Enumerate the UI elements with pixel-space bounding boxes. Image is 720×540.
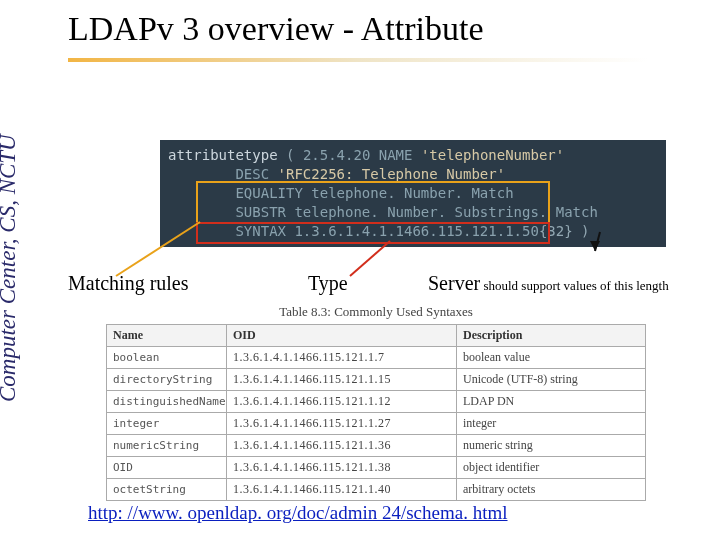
annotation-matching-rules: Matching rules bbox=[68, 272, 308, 295]
cell-desc: Unicode (UTF-8) string bbox=[457, 369, 646, 391]
cell-name: numericString bbox=[107, 435, 227, 457]
cell-oid: 1.3.6.1.4.1.1466.115.121.1.7 bbox=[227, 347, 457, 369]
table-row: directoryString 1.3.6.1.4.1.1466.115.121… bbox=[107, 369, 646, 391]
slide: Computer Center, CS, NCTU 12 LDAPv 3 ove… bbox=[0, 0, 720, 540]
page-title: LDAPv 3 overview - Attribute bbox=[68, 10, 484, 48]
code-string: 'telephoneNumber' bbox=[421, 147, 564, 163]
cell-desc: numeric string bbox=[457, 435, 646, 457]
cell-desc: integer bbox=[457, 413, 646, 435]
cell-name: directoryString bbox=[107, 369, 227, 391]
syntax-table-wrap: Table 8.3: Commonly Used Syntaxes Name O… bbox=[106, 304, 646, 501]
th-name: Name bbox=[107, 325, 227, 347]
cell-desc: boolean value bbox=[457, 347, 646, 369]
code-paren: ( bbox=[286, 147, 303, 163]
table-row: numericString 1.3.6.1.4.1.1466.115.121.1… bbox=[107, 435, 646, 457]
annotation-server-lead: Server bbox=[428, 272, 480, 294]
cell-name: distinguishedName bbox=[107, 391, 227, 413]
table-header-row: Name OID Description bbox=[107, 325, 646, 347]
cell-oid: 1.3.6.1.4.1.1466.115.121.1.12 bbox=[227, 391, 457, 413]
code-text: 2.5.4.20 NAME bbox=[303, 147, 421, 163]
title-underline bbox=[68, 58, 648, 62]
table-caption: Table 8.3: Commonly Used Syntaxes bbox=[106, 304, 646, 320]
th-desc: Description bbox=[457, 325, 646, 347]
page-number: 12 bbox=[8, 510, 26, 526]
cell-desc: object identifier bbox=[457, 457, 646, 479]
table-row: distinguishedName 1.3.6.1.4.1.1466.115.1… bbox=[107, 391, 646, 413]
highlight-orange bbox=[196, 181, 550, 224]
th-oid: OID bbox=[227, 325, 457, 347]
annotation-type: Type bbox=[308, 272, 428, 295]
cell-desc: arbitrary octets bbox=[457, 479, 646, 501]
table-row: boolean 1.3.6.1.4.1.1466.115.121.1.7 boo… bbox=[107, 347, 646, 369]
cell-oid: 1.3.6.1.4.1.1466.115.121.1.40 bbox=[227, 479, 457, 501]
table-row: octetString 1.3.6.1.4.1.1466.115.121.1.4… bbox=[107, 479, 646, 501]
code-kw: attributetype bbox=[168, 147, 286, 163]
cell-name: OID bbox=[107, 457, 227, 479]
table-row: integer 1.3.6.1.4.1.1466.115.121.1.27 in… bbox=[107, 413, 646, 435]
annotation-server-length: Server should support values of this len… bbox=[428, 272, 708, 295]
cell-name: integer bbox=[107, 413, 227, 435]
cell-name: boolean bbox=[107, 347, 227, 369]
cell-oid: 1.3.6.1.4.1.1466.115.121.1.27 bbox=[227, 413, 457, 435]
table-row: OID 1.3.6.1.4.1.1466.115.121.1.38 object… bbox=[107, 457, 646, 479]
side-affiliation: Computer Center, CS, NCTU bbox=[0, 2, 27, 402]
syntax-table: Name OID Description boolean 1.3.6.1.4.1… bbox=[106, 324, 646, 501]
cell-oid: 1.3.6.1.4.1.1466.115.121.1.38 bbox=[227, 457, 457, 479]
footer-link[interactable]: http: //www. openldap. org/doc/admin 24/… bbox=[88, 502, 508, 524]
annotation-server-rest: should support values of this length bbox=[480, 278, 669, 293]
code-string: 'RFC2256: Telephone Number' bbox=[278, 166, 506, 182]
annotations-row: Matching rules Type Server should suppor… bbox=[68, 272, 708, 295]
cell-name: octetString bbox=[107, 479, 227, 501]
code-text: DESC bbox=[168, 166, 278, 182]
cell-oid: 1.3.6.1.4.1.1466.115.121.1.15 bbox=[227, 369, 457, 391]
cell-desc: LDAP DN bbox=[457, 391, 646, 413]
highlight-red bbox=[196, 222, 550, 244]
cell-oid: 1.3.6.1.4.1.1466.115.121.1.36 bbox=[227, 435, 457, 457]
